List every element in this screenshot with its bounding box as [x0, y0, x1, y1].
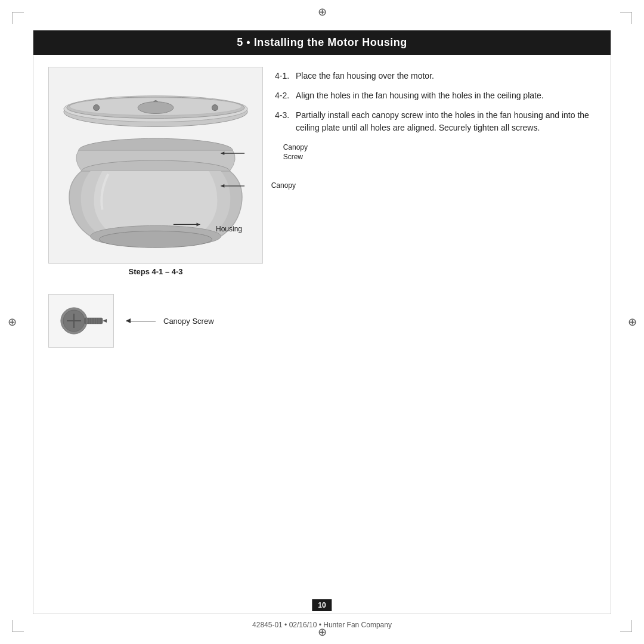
- instruction-text-3: Partially install each canopy screw into…: [296, 109, 596, 134]
- main-body: Canopy Screw Canopy Housing Steps 4-1 – …: [33, 55, 611, 360]
- corner-mark-tr: [620, 12, 632, 24]
- screw-detail-label-container: Canopy Screw: [126, 317, 214, 326]
- canopy-label: Canopy: [271, 181, 296, 190]
- corner-mark-br: [620, 620, 632, 632]
- page-container: 5 • Installing the Motor Housing: [33, 30, 611, 614]
- top-section: Canopy Screw Canopy Housing Steps 4-1 – …: [48, 67, 596, 276]
- reg-mark-top: ⊕: [316, 6, 328, 18]
- instruction-text-2: Align the holes in the fan housing with …: [296, 89, 596, 102]
- diagram-area: Canopy Screw Canopy Housing Steps 4-1 – …: [48, 67, 263, 276]
- svg-marker-30: [103, 319, 107, 323]
- steps-label: Steps 4-1 – 4-3: [48, 267, 263, 276]
- canopy-screw-label: Canopy Screw: [283, 143, 308, 162]
- instruction-item-2: 4-2. Align the holes in the fan housing …: [275, 89, 596, 102]
- svg-point-5: [94, 105, 100, 111]
- instruction-item-1: 4-1. Place the fan housing over the moto…: [275, 70, 596, 82]
- screw-detail-label-text: Canopy Screw: [163, 317, 214, 326]
- instruction-number-2: 4-2.: [275, 89, 296, 102]
- instruction-item-3: 4-3. Partially install each canopy screw…: [275, 109, 596, 134]
- page-number: 10: [312, 599, 332, 611]
- instruction-number-1: 4-1.: [275, 70, 296, 82]
- footer-text: 42845-01 • 02/16/10 • Hunter Fan Company: [252, 621, 392, 629]
- svg-point-8: [138, 102, 174, 114]
- diagram-box: [48, 67, 263, 264]
- screw-image-box: [48, 294, 114, 348]
- reg-mark-left: ⊕: [6, 316, 18, 328]
- section-title: 5 • Installing the Motor Housing: [33, 30, 611, 55]
- housing-label: Housing: [216, 225, 242, 233]
- screw-detail-section: Canopy Screw: [48, 294, 596, 348]
- instructions-section: 4-1. Place the fan housing over the moto…: [275, 67, 596, 141]
- corner-mark-bl: [12, 620, 24, 632]
- instruction-number-3: 4-3.: [275, 109, 296, 134]
- screw-label-arrow: [126, 321, 156, 321]
- svg-point-6: [212, 105, 218, 111]
- corner-mark-tl: [12, 12, 24, 24]
- instruction-text-1: Place the fan housing over the motor.: [296, 70, 596, 82]
- reg-mark-right: ⊕: [626, 316, 638, 328]
- svg-point-12: [100, 231, 212, 247]
